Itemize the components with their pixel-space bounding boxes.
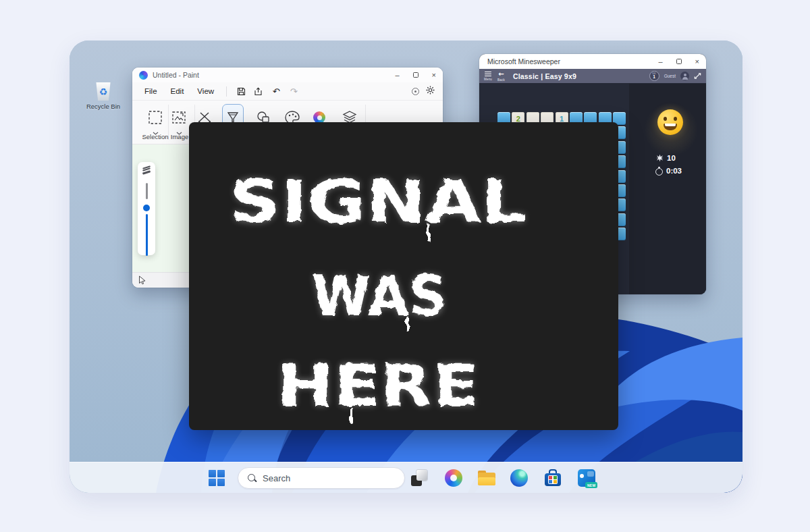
graffiti-line-1: SIGNAL [230,167,526,236]
timer-value: 0:03 [666,167,682,175]
user-label: Guest [664,74,676,78]
settings-gear-icon[interactable] [426,85,435,97]
fullscreen-expand-icon[interactable] [694,72,701,80]
minesweeper-titlebar: Microsoft Minesweeper – × [479,54,706,69]
stopwatch-icon [655,167,663,175]
paint-titlebar: Untitled - Paint – × [132,68,443,82]
mine-count-value: 10 [667,154,676,162]
recycle-bin[interactable]: ♻ Recycle Bin [82,82,125,110]
paint-menubar: File Edit View ↶ ↷ [132,82,443,100]
redo-icon[interactable]: ↷ [285,84,302,98]
graffiti-line-2: WAS [312,264,447,328]
recycle-icon: ♻ [99,87,108,97]
copilot-button[interactable] [445,469,462,487]
save-icon[interactable] [232,84,250,98]
back-arrow-icon: ← [498,71,504,78]
new-badge: NEW [585,482,597,488]
edge-button[interactable] [510,469,528,487]
file-explorer-button[interactable] [478,469,495,487]
back-button-label: Back [497,78,505,82]
search-pill[interactable]: Search [238,467,405,489]
desktop-frame: ♻ Recycle Bin Untitled - Paint – × File … [70,41,742,493]
hamburger-icon [485,72,491,77]
windows-logo-icon [209,470,225,486]
maximize-button[interactable] [676,59,682,64]
account-icon[interactable] [412,88,419,95]
task-view-icon [411,470,427,486]
close-button[interactable]: × [432,72,436,79]
close-button[interactable]: × [695,58,699,65]
search-label: Search [263,473,290,483]
minimize-button[interactable]: – [658,58,662,65]
image-tool-icon[interactable] [168,107,190,128]
slider-thumb[interactable] [143,205,150,211]
menu-file[interactable]: File [138,85,164,97]
menu-button[interactable]: Menu [484,72,492,81]
share-icon[interactable] [250,84,267,98]
folder-icon [478,471,495,485]
image-group-label: Image [171,133,188,140]
maximize-button[interactable] [413,72,418,78]
selection-tool-icon[interactable] [144,107,166,128]
paint-window-title: Untitled - Paint [153,71,199,79]
mine-counter: 10 [656,154,676,162]
task-view-button[interactable] [410,469,428,487]
timer: 0:03 [655,167,682,175]
graffiti-overlay: SIGNAL WAS HERE SIGNAL WAS HERE [189,122,618,430]
store-icon [544,469,562,487]
avatar[interactable] [680,72,689,80]
level-badge[interactable]: LVL 1 [649,71,659,81]
menu-edit[interactable]: Edit [164,85,191,97]
divider [226,86,227,97]
recycle-bin-label: Recycle Bin [82,103,125,110]
brush-size-panel [138,162,155,255]
game-mode-label: Classic | Easy 9x9 [513,72,576,80]
pointer-cursor-icon [138,275,146,285]
outlook-button[interactable]: NEW [578,469,595,487]
recycle-bin-icon: ♻ [95,82,111,101]
microsoft-store-button[interactable] [544,469,562,487]
minesweeper-header: Menu ← Back Classic | Easy 9x9 LVL 1 Gue… [479,69,706,83]
taskbar: Search NEW [70,462,742,493]
selection-group-label: Selection [142,133,168,140]
search-icon [248,474,256,483]
minimize-button[interactable]: – [395,72,399,79]
outlook-icon: NEW [578,469,595,487]
brush-size-slider[interactable] [146,179,148,248]
minesweeper-window-title: Microsoft Minesweeper [487,57,560,65]
menu-button-label: Menu [484,78,492,81]
mine-icon [656,155,664,162]
menu-view[interactable]: View [190,85,221,97]
edge-icon [510,469,528,487]
undo-icon[interactable]: ↶ [267,84,285,98]
smiley-face-icon[interactable] [657,109,683,135]
graffiti-line-3: HERE [277,352,479,419]
start-button[interactable] [208,469,225,487]
brush-size-icon [142,167,151,174]
paint-app-icon [139,71,148,80]
copilot-icon [445,469,462,487]
back-button[interactable]: ← Back [497,71,505,82]
